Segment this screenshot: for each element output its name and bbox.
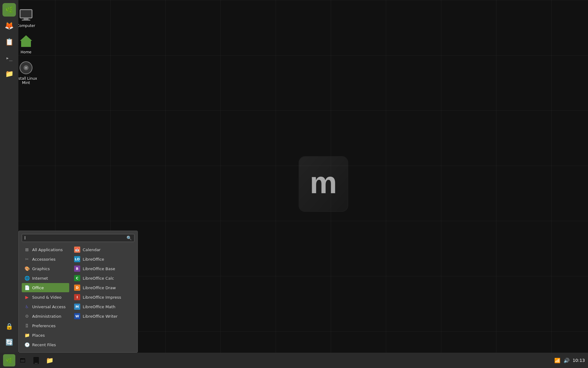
app-calendar[interactable]: 📅 Calendar [72,245,134,254]
app-libreoffice-calc[interactable]: C LibreOffice Calc [72,274,134,283]
app-label-libreoffice-impress: LibreOffice Impress [83,295,121,300]
graphics-icon: 🎨 [24,266,30,271]
category-sound-video[interactable]: ▶ Sound & Video [22,293,69,302]
taskbar-lock[interactable]: 🔒 [2,320,16,333]
bottom-terminal[interactable]: _ [30,354,42,366]
category-label-office: Office [32,286,44,290]
app-label-calendar: Calendar [83,247,100,252]
computer-icon [19,8,33,22]
network-icon: 📶 [554,358,560,363]
category-internet[interactable]: 🌐 Internet [22,274,69,283]
category-panel: ⊞ All Applications ✂ Accessories 🎨 Graph… [22,245,69,349]
app-libreoffice-impress[interactable]: I LibreOffice Impress [72,293,134,302]
mint-logo: m [290,150,357,218]
libreoffice-impress-icon: I [74,294,80,300]
bottom-folder[interactable]: 📁 [43,354,56,366]
category-universal-access[interactable]: ♿ Universal Access [22,302,69,311]
search-icon[interactable]: 🔍 [126,236,132,240]
desktop: m Computer Home [0,0,588,368]
category-administration[interactable]: ⚙ Administration [22,312,69,321]
category-accessories[interactable]: ✂ Accessories [22,255,69,264]
libreoffice-writer-icon: W [74,313,80,319]
app-label-libreoffice-calc: LibreOffice Calc [83,276,114,281]
taskbar-files[interactable]: 📋 [2,35,16,48]
taskbar-firefox[interactable]: 🦊 [2,19,16,33]
category-label-internet: Internet [32,276,48,281]
category-label-sound-video: Sound & Video [32,295,62,300]
app-libreoffice-writer[interactable]: W LibreOffice Writer [72,312,134,321]
svg-point-10 [25,67,27,69]
category-label-accessories: Accessories [32,257,55,262]
office-icon: 📄 [24,285,30,290]
taskbar-folder[interactable]: 📁 [2,67,16,80]
accessories-icon: ✂ [24,256,30,262]
svg-rect-5 [22,20,30,21]
app-label-libreoffice: LibreOffice [83,257,104,262]
taskbar-terminal[interactable]: ▸_ [2,51,16,64]
app-label-libreoffice-draw: LibreOffice Draw [83,286,116,290]
recent-files-icon: 🕐 [24,342,30,347]
menu-body: ⊞ All Applications ✂ Accessories 🎨 Graph… [22,245,134,349]
svg-rect-3 [21,10,32,17]
category-label-recent-files: Recent Files [32,343,56,347]
bottom-right: 📶 🔊 10:13 [554,358,585,363]
category-office[interactable]: 📄 Office [22,283,69,292]
computer-label: Computer [17,24,35,28]
app-label-libreoffice-base: LibreOffice Base [83,266,115,271]
clock: 10:13 [573,358,585,363]
category-label-places: Places [32,333,45,338]
svg-text:🌿: 🌿 [5,6,14,14]
all-applications-icon: ⊞ [24,247,30,252]
taskbar: 🌿 🦊 📋 ▸_ 📁 🔒 🔄 ⏻ [0,0,18,368]
category-places[interactable]: 📁 Places [22,331,69,340]
home-icon [19,34,33,49]
category-all-applications[interactable]: ⊞ All Applications [22,245,69,254]
libreoffice-base-icon: B [74,266,80,272]
internet-icon: 🌐 [24,275,30,281]
app-libreoffice-base[interactable]: B LibreOffice Base [72,264,134,273]
bottom-show-desktop[interactable]: 🗔 [17,354,29,366]
category-label-administration: Administration [32,314,61,319]
libreoffice-icon: LO [74,256,80,262]
category-label-preferences: Preferences [32,324,55,328]
libreoffice-calc-icon: C [74,275,80,281]
places-icon: 📁 [24,332,30,338]
category-graphics[interactable]: 🎨 Graphics [22,264,69,273]
taskbar-update[interactable]: 🔄 [2,335,16,349]
category-recent-files[interactable]: 🕐 Recent Files [22,340,69,349]
bottom-left-icons: 🌿 🗔 _ 📁 [3,354,56,366]
svg-rect-7 [24,43,28,47]
app-libreoffice-math[interactable]: M LibreOffice Math [72,302,134,311]
universal-access-icon: ♿ [24,304,30,309]
home-label: Home [21,50,31,54]
category-label-graphics: Graphics [32,266,50,271]
volume-icon: 🔊 [564,358,570,363]
search-input[interactable] [24,236,126,240]
bottom-taskbar: 🌿 🗔 _ 📁 📶 🔊 10:13 [0,353,588,368]
libreoffice-draw-icon: D [74,285,80,291]
administration-icon: ⚙ [24,313,30,319]
bottom-mint-menu[interactable]: 🌿 [3,354,15,366]
app-libreoffice[interactable]: LO LibreOffice [72,255,134,264]
app-libreoffice-draw[interactable]: D LibreOffice Draw [72,283,134,292]
category-label-all: All Applications [32,247,63,252]
application-menu: 🔍 ⊞ All Applications ✂ Accessories 🎨 Gra… [18,231,138,353]
category-preferences[interactable]: 🎛 Preferences [22,321,69,330]
app-label-libreoffice-writer: LibreOffice Writer [83,314,118,319]
category-label-universal-access: Universal Access [32,305,66,309]
svg-rect-4 [24,18,28,20]
svg-text:m: m [310,165,337,200]
preferences-icon: 🎛 [24,323,30,328]
apps-panel: 📅 Calendar LO LibreOffice B LibreOffice … [69,245,134,349]
search-bar: 🔍 [22,234,134,242]
libreoffice-math-icon: M [74,304,80,310]
sound-video-icon: ▶ [24,294,30,300]
app-label-libreoffice-math: LibreOffice Math [83,305,115,309]
install-icon [19,60,33,75]
calendar-icon: 📅 [74,247,80,253]
taskbar-menu-button[interactable]: 🌿 [2,3,16,17]
